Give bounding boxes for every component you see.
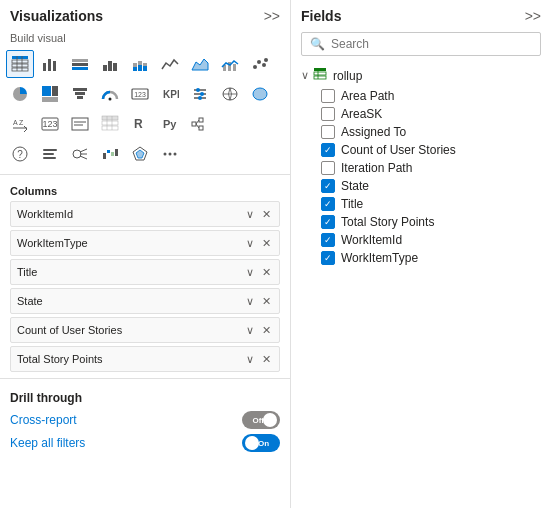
keep-filters-toggle[interactable]: On (242, 434, 280, 452)
svg-rect-0 (12, 56, 28, 59)
keep-filters-label[interactable]: Keep all filters (10, 436, 85, 450)
svg-rect-33 (75, 92, 85, 95)
cross-report-label[interactable]: Cross-report (10, 413, 77, 427)
slicer-icon[interactable] (186, 80, 214, 108)
column-label-total-story-points: Total Story Points (17, 353, 244, 365)
bar-chart-icon[interactable] (36, 50, 64, 78)
tree-item-assigned-to[interactable]: Assigned To (317, 123, 545, 141)
cross-report-toggle[interactable]: Off (242, 411, 280, 429)
svg-line-76 (80, 156, 87, 159)
svg-text:123: 123 (42, 119, 57, 129)
checkbox-title[interactable] (321, 197, 335, 211)
funnel-icon[interactable] (66, 80, 94, 108)
column-remove-icon-6[interactable]: ✕ (260, 352, 273, 367)
tree-item-iteration-path[interactable]: Iteration Path (317, 159, 545, 177)
checkbox-workitemid[interactable] (321, 233, 335, 247)
az-sort-icon[interactable]: AZ (6, 110, 34, 138)
checkbox-area-path[interactable] (321, 89, 335, 103)
svg-rect-3 (12, 68, 28, 71)
svg-rect-32 (73, 88, 87, 91)
scatter-icon[interactable] (246, 50, 274, 78)
svg-rect-71 (43, 153, 54, 155)
filled-map-icon[interactable] (246, 80, 274, 108)
stacked-col-icon[interactable] (126, 50, 154, 78)
area-chart-icon[interactable] (186, 50, 214, 78)
tree-item-count-user-stories[interactable]: Count of User Stories (317, 141, 545, 159)
tree-group-rollup[interactable]: ∨ rollup (297, 64, 545, 87)
qa-icon[interactable]: ? (6, 140, 34, 168)
table-icon[interactable] (6, 50, 34, 78)
map-icon[interactable] (216, 80, 244, 108)
column-expand-icon-5[interactable]: ∨ (244, 323, 256, 338)
column-remove-icon[interactable]: ✕ (260, 207, 273, 222)
pie-chart-icon[interactable] (6, 80, 34, 108)
svg-rect-80 (115, 149, 118, 156)
column-chart-icon[interactable] (96, 50, 124, 78)
treemap-icon[interactable] (36, 80, 64, 108)
column-item-count-user-stories[interactable]: Count of User Stories ∨ ✕ (10, 317, 280, 343)
tree-item-workitemtype[interactable]: WorkItemType (317, 249, 545, 267)
column-expand-icon[interactable]: ∨ (244, 207, 256, 222)
waterfall-icon[interactable] (96, 140, 124, 168)
key-influencers-icon[interactable] (66, 140, 94, 168)
text-box-icon[interactable] (66, 110, 94, 138)
column-remove-icon-3[interactable]: ✕ (260, 265, 273, 280)
svg-text:KPI: KPI (163, 89, 179, 100)
tree-item-total-story-points[interactable]: Total Story Points (317, 213, 545, 231)
gauge-icon[interactable] (96, 80, 124, 108)
stacked-bar-icon[interactable] (66, 50, 94, 78)
column-remove-icon-5[interactable]: ✕ (260, 323, 273, 338)
more-icon[interactable] (156, 140, 184, 168)
svg-rect-16 (133, 63, 137, 67)
tree-item-workitemid[interactable]: WorkItemId (317, 231, 545, 249)
column-item-workitemtype[interactable]: WorkItemType ∨ ✕ (10, 230, 280, 256)
tree-item-label-iteration-path: Iteration Path (341, 161, 412, 175)
column-item-total-story-points[interactable]: Total Story Points ∨ ✕ (10, 346, 280, 372)
checkbox-state[interactable] (321, 179, 335, 193)
column-icons-total: ∨ ✕ (244, 352, 273, 367)
column-item-state[interactable]: State ∨ ✕ (10, 288, 280, 314)
kpi-icon[interactable]: KPI (156, 80, 184, 108)
svg-rect-56 (102, 116, 118, 120)
column-remove-icon-2[interactable]: ✕ (260, 236, 273, 251)
checkbox-assigned-to[interactable] (321, 125, 335, 139)
checkbox-count-user-stories[interactable] (321, 143, 335, 157)
column-item-title[interactable]: Title ∨ ✕ (10, 259, 280, 285)
columns-list: WorkItemId ∨ ✕ WorkItemType ∨ ✕ Title ∨ … (0, 201, 290, 372)
tree-item-area-path[interactable]: Area Path (317, 87, 545, 105)
tree-item-areask[interactable]: AreaSK (317, 105, 545, 123)
combo-chart-icon[interactable] (216, 50, 244, 78)
checkbox-total-story-points[interactable] (321, 215, 335, 229)
python-icon[interactable]: Py (156, 110, 184, 138)
checkbox-iteration-path[interactable] (321, 161, 335, 175)
column-remove-icon-4[interactable]: ✕ (260, 294, 273, 309)
tree-item-title[interactable]: Title (317, 195, 545, 213)
svg-rect-63 (192, 122, 196, 126)
column-expand-icon-4[interactable]: ∨ (244, 294, 256, 309)
checkbox-workitemtype[interactable] (321, 251, 335, 265)
line-chart-icon[interactable] (156, 50, 184, 78)
svg-marker-21 (192, 59, 208, 70)
fields-expand-icon[interactable]: >> (525, 8, 541, 24)
tree-item-state[interactable]: State (317, 177, 545, 195)
search-box[interactable]: 🔍 (301, 32, 541, 56)
svg-rect-9 (72, 67, 88, 70)
checkbox-areask[interactable] (321, 107, 335, 121)
svg-rect-17 (138, 65, 142, 71)
shape-map-icon[interactable] (126, 140, 154, 168)
number-card-icon[interactable]: 123 (36, 110, 64, 138)
fields-title: Fields (301, 8, 341, 24)
decomp-tree-icon[interactable] (186, 110, 214, 138)
column-expand-icon-2[interactable]: ∨ (244, 236, 256, 251)
tree-item-label-workitemtype: WorkItemType (341, 251, 418, 265)
r-script-icon[interactable]: R (126, 110, 154, 138)
search-input[interactable] (331, 37, 532, 51)
visualizations-expand-icon[interactable]: >> (264, 8, 280, 24)
column-expand-icon-3[interactable]: ∨ (244, 265, 256, 280)
matrix-icon[interactable] (96, 110, 124, 138)
column-expand-icon-6[interactable]: ∨ (244, 352, 256, 367)
search-icon: 🔍 (310, 37, 325, 51)
card-icon[interactable]: 123 (126, 80, 154, 108)
smart-narrative-icon[interactable] (36, 140, 64, 168)
column-item-workitemid[interactable]: WorkItemId ∨ ✕ (10, 201, 280, 227)
